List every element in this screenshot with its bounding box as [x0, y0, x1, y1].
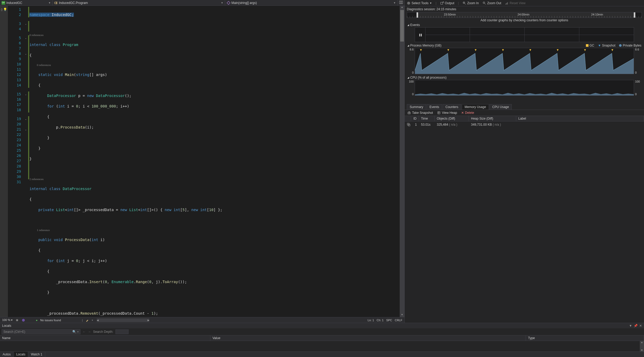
codelens-references[interactable]: 0 references: [29, 63, 400, 67]
locals-scrollbar[interactable]: ▲▼: [640, 341, 644, 351]
editor-horizontal-scrollbar[interactable]: ◀▶: [97, 318, 149, 322]
svg-rect-13: [506, 3, 507, 4]
health-indicator-icon[interactable]: [22, 318, 25, 322]
editor-vertical-scrollbar[interactable]: ▲ ▼: [400, 6, 404, 317]
fold-margin: ⌄ ⌄ ⌄ ⌄ ⌄ ⌄: [24, 6, 28, 317]
snapshot-legend-icon: ▼: [598, 44, 601, 47]
tab-counters[interactable]: Counters: [443, 104, 461, 110]
locals-body[interactable]: ▲▼: [0, 341, 644, 351]
col-header-name[interactable]: Name: [0, 335, 210, 341]
fold-toggle[interactable]: ⌄: [24, 116, 28, 121]
nav-method-combo[interactable]: Main(string[] args) ▼: [225, 0, 398, 6]
window-dropdown-icon[interactable]: ▼: [629, 324, 632, 328]
search-depth-label: Search Depth:: [93, 330, 113, 334]
indent-mode-label[interactable]: SPC: [386, 319, 392, 322]
svg-point-2: [56, 3, 57, 4]
locals-title-bar[interactable]: Locals ▼ 📌 ✕: [0, 323, 644, 328]
collapse-triangle-icon: ◢: [407, 76, 409, 79]
col-header-heap[interactable]: Heap Size (Diff): [469, 116, 516, 121]
select-tools-button[interactable]: Select Tools ▼: [407, 1, 432, 5]
fold-toggle[interactable]: ⌄: [24, 51, 28, 56]
caret-line-label[interactable]: Ln: 1: [368, 319, 374, 322]
locals-search-input[interactable]: Search (Ctrl+E) 🔍 ▾: [2, 329, 80, 334]
fold-toggle[interactable]: ⌄: [24, 21, 28, 26]
svg-point-16: [409, 113, 410, 114]
collapse-triangle-icon: ◢: [407, 44, 409, 47]
split-editor-button[interactable]: [398, 1, 404, 5]
snapshot-row-icon: [407, 123, 410, 126]
indicator-margin: {} 💡: [0, 6, 8, 317]
nav-class-label: InducedGC.Program: [59, 1, 88, 5]
diagnostics-tabs: Summary Events Counters Memory Usage CPU…: [405, 104, 644, 110]
pause-icon[interactable]: [419, 33, 422, 37]
issues-label[interactable]: No issues found: [40, 319, 61, 322]
cpu-chart-svg: [415, 80, 634, 95]
search-next-button[interactable]: →: [88, 330, 91, 334]
bottom-tool-tabs: Autos Locals Watch 1: [0, 351, 644, 357]
gc-marker-icon: ▼: [529, 48, 532, 52]
gc-marker-icon: ▼: [447, 48, 450, 52]
line-ending-label[interactable]: CRLF: [395, 319, 402, 322]
zoom-combo[interactable]: 100 % ▾: [2, 318, 13, 322]
nav-project-combo[interactable]: InducedGC ▼: [0, 0, 53, 6]
tab-cpu-usage[interactable]: CPU Usage: [489, 104, 512, 110]
search-prev-button[interactable]: ←: [83, 330, 86, 334]
gc-legend-swatch: [586, 44, 589, 47]
tab-events[interactable]: Events: [427, 104, 442, 110]
search-depth-combo[interactable]: [115, 329, 129, 334]
codelens-references[interactable]: 1 reference: [29, 228, 400, 232]
snapshot-row[interactable]: 1 53.01s 325,484 ( n/a ) 349,731.00 KB (…: [405, 121, 644, 129]
nav-project-label: InducedGC: [6, 1, 22, 5]
diagnostics-pane: Select Tools ▼ | Output | Zoom In Zoom O…: [405, 0, 644, 323]
col-header-id[interactable]: ID: [411, 116, 419, 121]
gc-marker-icon: ▼: [419, 48, 423, 52]
fold-toggle[interactable]: ⌄: [24, 91, 28, 97]
col-header-value[interactable]: Value: [210, 335, 526, 341]
fold-toggle[interactable]: ⌄: [24, 35, 28, 40]
caret-col-label[interactable]: Ch: 1: [377, 319, 383, 322]
timeline-handle-right[interactable]: [634, 12, 635, 18]
brush-icon[interactable]: [85, 318, 89, 322]
col-header-objects[interactable]: Objects (Diff): [435, 116, 469, 121]
memory-graph[interactable]: 8.60 ▼ ▼ ▼ ▼ ▼ ▼ ▼ ▼ 8.60: [407, 48, 642, 74]
zoom-in-button[interactable]: Zoom In: [463, 1, 479, 5]
gc-marker-icon: ▼: [501, 48, 505, 52]
col-header-time[interactable]: Time: [419, 116, 435, 121]
close-icon[interactable]: ✕: [639, 324, 642, 328]
delete-snapshot-button[interactable]: ✕ Delete: [461, 111, 474, 115]
code-text[interactable]: namespace InducedGC; 0 references intern…: [29, 6, 400, 317]
fold-toggle[interactable]: ⌄: [24, 127, 28, 132]
tab-summary[interactable]: Summary: [407, 104, 426, 110]
export-icon: [440, 1, 444, 5]
cpu-graph-header[interactable]: ◢ CPU (% of all processors): [405, 75, 644, 80]
take-snapshot-button[interactable]: Take Snapshot: [407, 111, 433, 115]
memory-chart-svg: [415, 48, 634, 74]
diagnostics-timeline[interactable]: 23:50min 24:00min 24:10min: [407, 12, 642, 18]
codelens-references[interactable]: 0 references: [29, 33, 400, 37]
codelens-references[interactable]: 2 references: [29, 177, 400, 181]
events-graph-header[interactable]: ◢ Events: [405, 23, 644, 27]
pin-icon[interactable]: 📌: [634, 324, 638, 328]
navigation-bar: InducedGC ▼ InducedGC.Program ▼ Main(str…: [0, 0, 404, 6]
delete-icon: ✕: [461, 111, 464, 115]
col-header-type[interactable]: Type: [526, 335, 644, 341]
search-icon[interactable]: 🔍: [72, 330, 76, 334]
chevron-down-icon: ▼: [48, 2, 51, 4]
view-heap-button[interactable]: View Heap: [437, 111, 457, 115]
snapshot-table: ID Time Objects (Diff) Heap Size (Diff) …: [405, 116, 644, 323]
zoom-out-button[interactable]: Zoom Out: [483, 1, 501, 5]
error-indicator-icon[interactable]: [15, 318, 19, 322]
output-button[interactable]: Output: [440, 1, 454, 5]
tab-memory-usage[interactable]: Memory Usage: [462, 104, 489, 110]
cpu-graph[interactable]: 1000 1000: [407, 80, 642, 96]
tab-watch1[interactable]: Watch 1: [28, 352, 45, 357]
col-header-label[interactable]: Label: [516, 116, 644, 121]
tab-autos[interactable]: Autos: [0, 352, 14, 357]
memory-graph-header[interactable]: ◢ Process Memory (GB) GC ▼Snapshot Priva…: [405, 43, 644, 48]
lightbulb-icon[interactable]: 💡: [3, 8, 7, 11]
snapshot-toolbar: Take Snapshot View Heap ✕ Delete: [405, 110, 644, 116]
code-area[interactable]: {} 💡 12 34 567891011121314 15161718 1920…: [0, 6, 404, 317]
tab-locals[interactable]: Locals: [14, 352, 28, 357]
events-graph[interactable]: [407, 27, 642, 42]
nav-class-combo[interactable]: InducedGC.Program ▼: [53, 0, 225, 6]
